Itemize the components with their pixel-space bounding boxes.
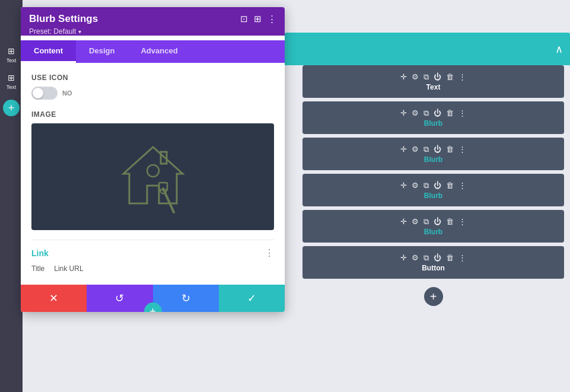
sidebar-text-label-2: Text: [7, 84, 17, 90]
sidebar-text-icon-1: ⊞: [8, 46, 15, 56]
sidebar-text-label-1: Text: [7, 58, 17, 63]
more-icon-button[interactable]: ⋮: [458, 253, 466, 262]
sidebar-item-text-1[interactable]: ⊞ Text: [0, 42, 23, 66]
module-toolbar-button: ✛ ⚙ ⧉ ⏻ 🗑 ⋮: [400, 253, 466, 263]
settings-icon-blurb-2[interactable]: ⚙: [412, 145, 419, 154]
link-url-sub: Link URL: [54, 264, 83, 273]
more-icon-blurb-2[interactable]: ⋮: [458, 145, 466, 154]
more-icon-blurb-1[interactable]: ⋮: [458, 109, 466, 117]
module-row-blurb-2[interactable]: ✛ ⚙ ⧉ ⏻ 🗑 ⋮ Blurb: [302, 138, 564, 170]
sidebar-item-text-2[interactable]: ⊞ Text: [0, 68, 23, 93]
sidebar-add-button[interactable]: +: [3, 100, 20, 116]
toggle-icon-text[interactable]: ⏻: [434, 72, 441, 81]
move-icon-blurb-1[interactable]: ✛: [400, 109, 407, 117]
duplicate-icon-button[interactable]: ⧉: [423, 253, 429, 263]
link-header: Link ⋮: [31, 247, 274, 259]
delete-icon-blurb-1[interactable]: 🗑: [446, 109, 454, 117]
more-options-icon[interactable]: ⋮: [268, 14, 276, 24]
columns-icon[interactable]: ⊞: [254, 14, 262, 24]
settings-icon-text[interactable]: ⚙: [412, 72, 419, 81]
add-module-button[interactable]: +: [424, 287, 443, 306]
settings-icon-button[interactable]: ⚙: [412, 253, 419, 262]
delete-icon-blurb-3[interactable]: 🗑: [446, 181, 454, 190]
more-icon-text[interactable]: ⋮: [458, 72, 466, 81]
duplicate-icon-blurb-3[interactable]: ⧉: [423, 181, 429, 190]
tab-content[interactable]: Content: [21, 40, 76, 63]
module-row-blurb-4[interactable]: ✛ ⚙ ⧉ ⏻ 🗑 ⋮ Blurb: [302, 210, 564, 243]
module-toolbar-text: ✛ ⚙ ⧉ ⏻ 🗑 ⋮: [400, 72, 466, 82]
duplicate-icon-blurb-4[interactable]: ⧉: [423, 217, 429, 227]
settings-icon-blurb-3[interactable]: ⚙: [412, 181, 419, 190]
image-section: Image: [31, 110, 274, 230]
module-label-text: Text: [426, 83, 441, 91]
module-row-text[interactable]: ✛ ⚙ ⧉ ⏻ 🗑 ⋮ Text: [302, 65, 564, 98]
undo-button[interactable]: ↺: [87, 285, 152, 312]
image-placeholder-svg: [114, 135, 192, 218]
sidebar-text-icon-2: ⊞: [8, 73, 15, 82]
more-icon-blurb-4[interactable]: ⋮: [458, 217, 466, 226]
use-icon-toggle[interactable]: [31, 87, 58, 100]
module-row-blurb-1[interactable]: ✛ ⚙ ⧉ ⏻ 🗑 ⋮ Blurb: [302, 101, 564, 134]
move-icon-blurb-4[interactable]: ✛: [400, 217, 407, 226]
delete-icon-button[interactable]: 🗑: [446, 253, 454, 262]
panel-header: Blurb Settings ⊡ ⊞ ⋮ Preset: Default ▾: [21, 7, 285, 36]
delete-icon-blurb-2[interactable]: 🗑: [446, 145, 454, 154]
settings-icon-blurb-4[interactable]: ⚙: [412, 217, 419, 226]
redo-button[interactable]: ↻: [153, 285, 219, 312]
toggle-icon-blurb-4[interactable]: ⏻: [434, 217, 441, 226]
delete-icon-text[interactable]: 🗑: [446, 72, 454, 81]
delete-icon-blurb-4[interactable]: 🗑: [446, 217, 454, 226]
module-list: ✛ ⚙ ⧉ ⏻ 🗑 ⋮ Text ✛ ⚙ ⧉ ⏻ 🗑 ⋮ Blurb ✛ ⚙ ⧉…: [302, 65, 564, 306]
toggle-icon-blurb-3[interactable]: ⏻: [434, 181, 441, 190]
module-label-blurb-2: Blurb: [424, 155, 442, 164]
toggle-icon-blurb-2[interactable]: ⏻: [434, 145, 441, 154]
toggle-knob: [33, 88, 43, 98]
module-toolbar-blurb-3: ✛ ⚙ ⧉ ⏻ 🗑 ⋮: [400, 181, 466, 190]
use-icon-label: Use Icon: [31, 74, 274, 82]
settings-icon-blurb-1[interactable]: ⚙: [412, 109, 419, 117]
panel-header-icons: ⊡ ⊞ ⋮: [240, 14, 276, 24]
move-icon-button[interactable]: ✛: [400, 253, 407, 262]
preset-chevron-icon[interactable]: ▾: [78, 28, 81, 35]
teal-header-bar: ∧: [285, 33, 570, 65]
link-sub-labels: Title Link URL: [31, 264, 274, 273]
svg-point-1: [147, 165, 159, 177]
toggle-container: NO: [31, 87, 274, 100]
use-icon-section: Use Icon NO: [31, 74, 274, 100]
panel-title: Blurb Settings: [29, 13, 98, 25]
module-toolbar-blurb-1: ✛ ⚙ ⧉ ⏻ 🗑 ⋮: [400, 109, 466, 118]
module-row-button[interactable]: ✛ ⚙ ⧉ ⏻ 🗑 ⋮ Button: [302, 246, 564, 279]
preset-label: Preset: Default: [29, 27, 76, 36]
expand-icon[interactable]: ⊡: [240, 14, 248, 24]
svg-line-2: [163, 189, 174, 212]
move-icon-text[interactable]: ✛: [400, 72, 407, 81]
link-title-sub: Title: [31, 264, 44, 273]
link-title: Link: [31, 248, 49, 258]
save-button[interactable]: ✓: [219, 285, 285, 312]
more-icon-blurb-3[interactable]: ⋮: [458, 181, 466, 190]
image-preview[interactable]: [31, 123, 274, 230]
move-icon-blurb-3[interactable]: ✛: [400, 181, 407, 190]
sidebar-add-icon: +: [8, 102, 15, 114]
panel-tabs: Content Design Advanced: [21, 40, 285, 63]
module-row-blurb-3[interactable]: ✛ ⚙ ⧉ ⏻ 🗑 ⋮ Blurb: [302, 174, 564, 206]
toggle-icon-button[interactable]: ⏻: [434, 253, 441, 262]
toggle-no-label: NO: [62, 90, 72, 97]
link-section: Link ⋮ Title Link URL: [31, 240, 274, 273]
cancel-button[interactable]: ✕: [21, 285, 87, 312]
duplicate-icon-text[interactable]: ⧉: [423, 72, 429, 82]
module-label-blurb-3: Blurb: [424, 192, 442, 200]
toggle-icon-blurb-1[interactable]: ⏻: [434, 109, 441, 117]
module-toolbar-blurb-4: ✛ ⚙ ⧉ ⏻ 🗑 ⋮: [400, 217, 466, 227]
left-sidebar: ⊞ Text ⊞ Text +: [0, 0, 23, 392]
duplicate-icon-blurb-1[interactable]: ⧉: [423, 109, 429, 118]
module-toolbar-blurb-2: ✛ ⚙ ⧉ ⏻ 🗑 ⋮: [400, 145, 466, 154]
link-more-icon[interactable]: ⋮: [265, 247, 274, 259]
move-icon-blurb-2[interactable]: ✛: [400, 145, 407, 154]
duplicate-icon-blurb-2[interactable]: ⧉: [423, 145, 429, 154]
tab-advanced[interactable]: Advanced: [128, 40, 190, 63]
tab-design[interactable]: Design: [76, 40, 128, 63]
teal-bar-chevron-icon[interactable]: ∧: [555, 43, 563, 56]
panel-body: Use Icon NO Image: [21, 63, 285, 285]
module-label-blurb-1: Blurb: [424, 119, 442, 128]
